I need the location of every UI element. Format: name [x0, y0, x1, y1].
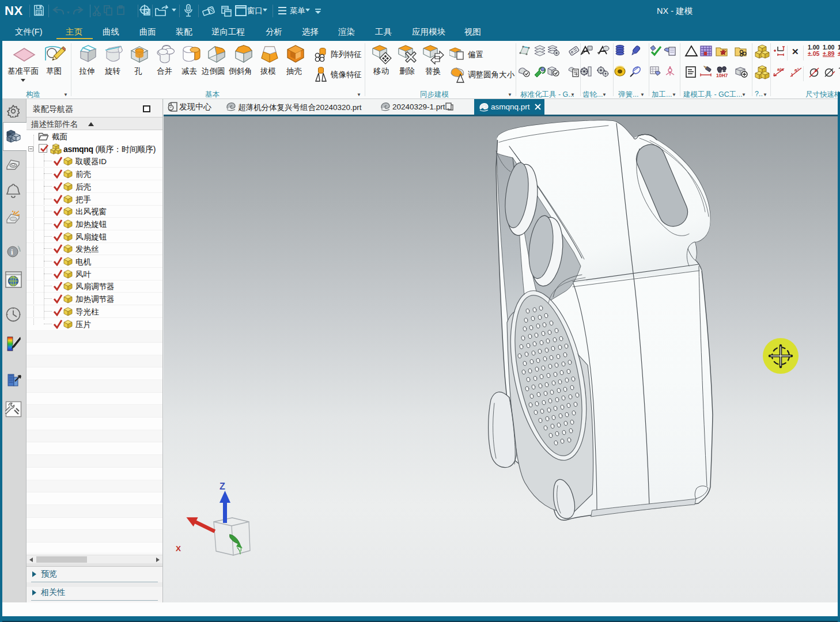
svg-text:10H7: 10H7 — [716, 73, 728, 78]
svg-text:i: i — [11, 248, 13, 256]
svg-text:a°: a° — [794, 67, 799, 73]
svg-text:a|a: a|a — [777, 67, 784, 72]
svg-text:X: X — [176, 544, 181, 553]
svg-text:Z: Z — [220, 481, 225, 491]
